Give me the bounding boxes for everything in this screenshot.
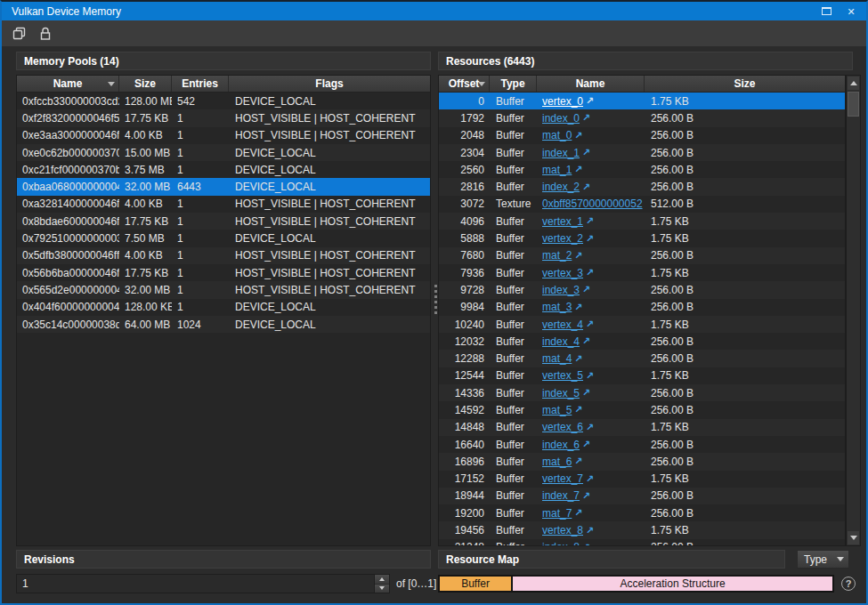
- resource-row[interactable]: 14592 Buffer mat_5 ↗ 256.00 B: [439, 401, 845, 418]
- resource-link[interactable]: mat_4: [542, 352, 572, 365]
- resource-type: Buffer: [490, 352, 537, 365]
- memory-pool-row[interactable]: 0xc21fcf000000370b 3.75 MB 1 DEVICE_LOCA…: [17, 161, 430, 178]
- resource-row[interactable]: 12288 Buffer mat_4 ↗ 256.00 B: [439, 350, 845, 367]
- column-header-size[interactable]: Size: [119, 76, 172, 92]
- column-header-name[interactable]: Name: [17, 76, 119, 92]
- column-header-resource-size[interactable]: Size: [645, 76, 845, 92]
- resource-row[interactable]: 3072 Texture 0xbff8570000000052 ↗ 512.00…: [439, 196, 845, 213]
- memory-pool-row[interactable]: 0xbaa068000000004d 32.00 MB 6443 DEVICE_…: [17, 178, 430, 195]
- spin-up-button[interactable]: [375, 575, 389, 584]
- memory-pool-row[interactable]: 0x404f600000000045 128.00 KB 1 DEVICE_LO…: [17, 299, 430, 316]
- resource-row[interactable]: 14336 Buffer index_5 ↗ 256.00 B: [439, 384, 845, 401]
- resource-link[interactable]: vertex_6: [542, 421, 583, 433]
- memory-pool-row[interactable]: 0x565d2e000000004b 32.00 MB 1 HOST_VISIB…: [17, 281, 430, 298]
- resource-row[interactable]: 0 Buffer vertex_0 ↗ 1.75 KB: [439, 93, 845, 109]
- resource-row[interactable]: 16640 Buffer index_6 ↗ 256.00 B: [439, 436, 845, 453]
- segment-label: Buffer: [461, 577, 490, 590]
- resource-row[interactable]: 7936 Buffer vertex_3 ↗ 1.75 KB: [439, 264, 845, 281]
- scroll-up-button[interactable]: [848, 77, 859, 90]
- resource-row[interactable]: 10240 Buffer vertex_4 ↗ 1.75 KB: [439, 316, 845, 333]
- float-window-button[interactable]: [820, 6, 832, 17]
- resource-link[interactable]: mat_7: [542, 507, 572, 520]
- resource-link[interactable]: vertex_7: [542, 472, 583, 485]
- resource-row[interactable]: 18944 Buffer index_7 ↗ 256.00 B: [439, 488, 845, 504]
- resource-row[interactable]: 14848 Buffer vertex_6 ↗ 1.75 KB: [439, 419, 845, 436]
- resource-link[interactable]: mat_2: [542, 249, 572, 262]
- titlebar[interactable]: Vulkan Device Memory ✕: [2, 2, 866, 20]
- resource-link[interactable]: mat_5: [542, 404, 572, 416]
- pool-size: 17.75 KB: [119, 267, 172, 279]
- memory-pool-row[interactable]: 0x8bdae600000046f9 17.75 KB 1 HOST_VISIB…: [17, 213, 430, 230]
- memory-pool-row[interactable]: 0x5dfb3800000046ff 4.00 KB 1 HOST_VISIBL…: [17, 247, 430, 264]
- resource-link[interactable]: vertex_2: [542, 232, 583, 245]
- resources-scrollbar[interactable]: [846, 75, 861, 546]
- scrollbar-thumb[interactable]: [848, 92, 859, 117]
- memory-pool-row[interactable]: 0xa3281400000046fb 4.00 KB 1 HOST_VISIBL…: [17, 196, 430, 213]
- resource-row[interactable]: 2304 Buffer index_1 ↗ 256.00 B: [439, 144, 845, 161]
- resource-row[interactable]: 5888 Buffer vertex_2 ↗ 1.75 KB: [439, 230, 845, 246]
- resource-link[interactable]: index_0: [542, 112, 580, 125]
- memory-pool-row[interactable]: 0xe3aa3000000046f7 4.00 KB 1 HOST_VISIBL…: [17, 127, 430, 144]
- resource-link[interactable]: vertex_1: [542, 215, 583, 228]
- revision-value[interactable]: 1: [17, 577, 374, 590]
- pool-size: 17.75 KB: [119, 112, 172, 125]
- resource-link[interactable]: 0xbff8570000000052: [542, 198, 643, 210]
- column-header-type[interactable]: Type: [490, 76, 537, 92]
- new-window-button[interactable]: [9, 24, 28, 44]
- resource-row[interactable]: 21248 Buffer index_8 ↗ 256.00 B: [439, 539, 845, 546]
- resource-row[interactable]: 2048 Buffer mat_0 ↗ 256.00 B: [439, 127, 845, 144]
- revision-spinbox[interactable]: 1: [16, 574, 390, 593]
- resource-link[interactable]: vertex_4: [542, 319, 583, 331]
- resource-row[interactable]: 1792 Buffer index_0 ↗ 256.00 B: [439, 109, 845, 126]
- resource-row[interactable]: 9728 Buffer index_3 ↗ 256.00 B: [439, 281, 845, 298]
- resource-row[interactable]: 16896 Buffer mat_6 ↗ 256.00 B: [439, 453, 845, 470]
- resource-link[interactable]: mat_0: [542, 129, 572, 141]
- scroll-down-button[interactable]: [848, 531, 859, 544]
- memory-pool-row[interactable]: 0xe0c62b0000003707 15.00 MB 1 DEVICE_LOC…: [17, 144, 430, 161]
- resource-link[interactable]: index_6: [542, 439, 580, 451]
- resource-row[interactable]: 12032 Buffer index_4 ↗ 256.00 B: [439, 333, 845, 350]
- lock-button[interactable]: [36, 24, 55, 44]
- resource-link[interactable]: index_2: [542, 181, 580, 193]
- resource-row[interactable]: 9984 Buffer mat_3 ↗ 256.00 B: [439, 299, 845, 316]
- resource-map-filter-dropdown[interactable]: Type: [797, 550, 849, 569]
- memory-pool-row[interactable]: 0x7925100000000035 7.50 MB 1 DEVICE_LOCA…: [17, 230, 430, 246]
- resource-row[interactable]: 17152 Buffer vertex_7 ↗ 1.75 KB: [439, 471, 845, 488]
- resource-link[interactable]: index_4: [542, 335, 580, 348]
- memory-pool-row[interactable]: 0x35c14c00000038d1 64.00 MB 1024 DEVICE_…: [17, 316, 430, 333]
- resource-size: 512.00 B: [645, 198, 845, 210]
- resource-map-segment[interactable]: Buffer: [438, 575, 513, 593]
- resource-type: Buffer: [490, 387, 537, 399]
- resource-link[interactable]: vertex_5: [542, 369, 583, 382]
- column-header-resource-name[interactable]: Name: [537, 76, 645, 92]
- resource-link[interactable]: mat_1: [542, 164, 572, 176]
- memory-pool-row[interactable]: 0xf2f83200000046f5 17.75 KB 1 HOST_VISIB…: [17, 109, 430, 126]
- resource-link[interactable]: vertex_0: [542, 95, 583, 108]
- resource-row[interactable]: 12544 Buffer vertex_5 ↗ 1.75 KB: [439, 367, 845, 384]
- resource-row[interactable]: 7680 Buffer mat_2 ↗ 256.00 B: [439, 247, 845, 264]
- column-header-flags[interactable]: Flags: [229, 76, 430, 92]
- memory-pool-row[interactable]: 0x56b6ba00000046fd 17.75 KB 1 HOST_VISIB…: [17, 264, 430, 281]
- resource-link[interactable]: mat_3: [542, 301, 572, 313]
- resource-link[interactable]: index_5: [542, 387, 580, 399]
- resource-link[interactable]: vertex_8: [542, 524, 583, 536]
- help-icon[interactable]: ?: [841, 577, 856, 591]
- resource-row[interactable]: 19200 Buffer mat_7 ↗ 256.00 B: [439, 504, 845, 521]
- memory-pool-row[interactable]: 0xfccb330000003cd2 128.00 MB 542 DEVICE_…: [17, 93, 430, 109]
- resource-link[interactable]: index_3: [542, 284, 580, 296]
- resource-link[interactable]: vertex_3: [542, 267, 583, 279]
- resource-size: 1.75 KB: [645, 232, 845, 245]
- resource-link[interactable]: mat_6: [542, 456, 572, 468]
- spin-down-button[interactable]: [375, 584, 389, 593]
- resource-link[interactable]: index_7: [542, 489, 580, 502]
- resource-row[interactable]: 4096 Buffer vertex_1 ↗ 1.75 KB: [439, 213, 845, 230]
- resource-link[interactable]: index_1: [542, 147, 580, 159]
- resource-map-segment[interactable]: Acceleration Structure: [513, 575, 834, 593]
- resource-link[interactable]: index_8: [542, 541, 580, 546]
- column-header-offset[interactable]: Offset: [439, 76, 490, 92]
- column-header-entries[interactable]: Entries: [172, 76, 229, 92]
- close-button[interactable]: ✕: [845, 6, 857, 17]
- resource-row[interactable]: 2816 Buffer index_2 ↗ 256.00 B: [439, 178, 845, 195]
- resource-row[interactable]: 2560 Buffer mat_1 ↗ 256.00 B: [439, 161, 845, 178]
- resource-row[interactable]: 19456 Buffer vertex_8 ↗ 1.75 KB: [439, 521, 845, 538]
